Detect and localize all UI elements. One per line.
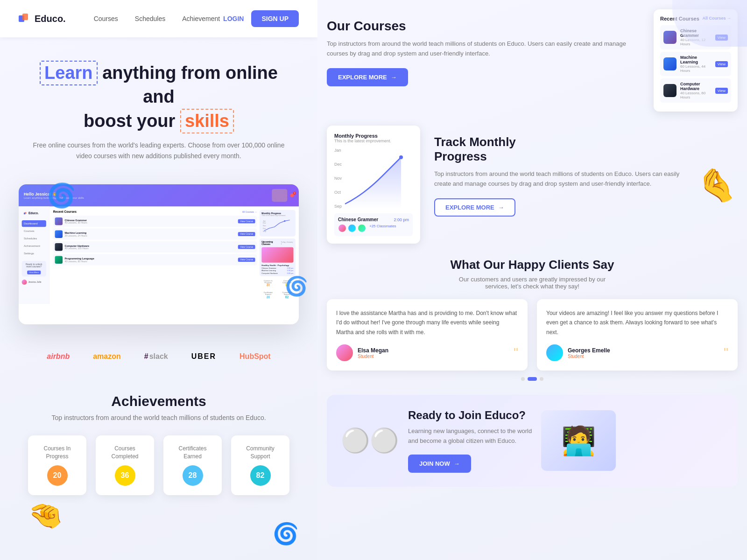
monthly-progress-widget: Monthly Progress This is the latest impr… bbox=[327, 126, 420, 244]
widget-course-row-3: Computer Hardware 40 Lessons, 60 Hours V… bbox=[660, 78, 731, 103]
widget-thumb-2 bbox=[663, 57, 677, 70]
dash-menu-dashboard[interactable]: Dashboard bbox=[22, 220, 46, 227]
our-courses-desc: Top instructors from around the world te… bbox=[327, 39, 640, 59]
all-courses-link[interactable]: All Courses → bbox=[242, 210, 257, 213]
hand-decoration-left: 🤏 bbox=[28, 499, 63, 532]
view-course-btn-4[interactable]: View Course bbox=[238, 258, 255, 262]
explore-courses-button[interactable]: EXPLORE MORE → bbox=[327, 68, 408, 86]
course-info-2: Machine Learning 25 Lessons, 24 Hours bbox=[64, 231, 236, 237]
testimonial-card-2: Your videos are amazing! I feel like you… bbox=[537, 299, 738, 371]
dash-body: Educo. Dashboard Courses Schedules Achie… bbox=[19, 206, 299, 304]
join-character: 🧑‍💻 bbox=[541, 410, 616, 471]
dot-2[interactable] bbox=[528, 377, 537, 381]
hero-subtitle: Free online courses from the world's lea… bbox=[28, 140, 289, 161]
dash-menu-schedules[interactable]: Schedules bbox=[22, 235, 46, 242]
join-text: Ready to Join Educo? Learning new langua… bbox=[408, 409, 532, 473]
progress-chart: Jan Dec Nov Oct Sep bbox=[261, 218, 292, 233]
monthly-footer-avatars: +25 Classmates bbox=[338, 224, 409, 232]
user-avatar bbox=[22, 280, 27, 285]
widget-info-2: Machine Learning 60 Lessons, 44 Hours bbox=[680, 55, 712, 73]
monthly-chart-container: Jan Dec Nov Oct Sep bbox=[334, 148, 413, 209]
achievement-cards: Courses In Progress 20 Courses Completed… bbox=[28, 435, 289, 495]
partner-uber: UBER bbox=[191, 352, 216, 361]
hero-learn-word: Learn bbox=[40, 61, 97, 85]
dash-courses-col: Recent Courses All Courses → Chinese Gra… bbox=[53, 210, 257, 301]
svg-point-6 bbox=[399, 155, 403, 159]
svg-text:Oct: Oct bbox=[263, 228, 266, 230]
dash-top-right: 2 bbox=[272, 189, 294, 202]
dot-3[interactable] bbox=[540, 377, 543, 381]
view-course-btn-1[interactable]: View Course bbox=[238, 219, 255, 224]
course-info-4: Programming Language 40 Lessons, 60 Hour… bbox=[64, 257, 236, 263]
join-now-button[interactable]: JOIN NOW → bbox=[408, 455, 471, 473]
widget-info-3: Computer Hardware 40 Lessons, 60 Hours bbox=[680, 82, 712, 99]
hero-section: Learn anything from online and boost you… bbox=[0, 37, 317, 170]
avatar-1 bbox=[338, 224, 346, 232]
svg-text:Dec: Dec bbox=[263, 222, 266, 224]
logo-icon bbox=[19, 14, 32, 24]
widget-thumb-1 bbox=[663, 31, 677, 44]
achievement-badge-0: 20 bbox=[47, 465, 68, 486]
spiral-decoration-left: 🌀 bbox=[47, 182, 76, 209]
stat-progress: Courses In Progress 20 bbox=[260, 278, 277, 288]
dot-1[interactable] bbox=[521, 377, 525, 381]
explore-progress-button[interactable]: EXPLORE MORE → bbox=[434, 198, 515, 217]
dash-logo: Educo. bbox=[22, 210, 46, 217]
achievement-card-certs: Certificates Earned 28 bbox=[163, 435, 222, 495]
testimonial-author-1: Elsa Megan Student " bbox=[336, 344, 518, 361]
author-details-1: Elsa Megan Student bbox=[358, 347, 388, 359]
widget-view-btn-3[interactable]: View bbox=[715, 88, 728, 94]
view-course-btn-2[interactable]: View Course bbox=[238, 232, 255, 236]
arrow-icon: → bbox=[391, 74, 397, 81]
achievement-card-community: Community Support 82 bbox=[231, 435, 289, 495]
dash-menu-settings[interactable]: Settings bbox=[22, 250, 46, 257]
view-course-btn-3[interactable]: View Course bbox=[238, 245, 255, 249]
testimonial-author-2: Georges Emelle Student " bbox=[546, 344, 728, 361]
testimonial-card-1: I love the assistance Martha has and is … bbox=[327, 299, 528, 371]
monthly-footer: Chinese Grammer 2:00 pm +25 Classmates bbox=[334, 213, 413, 236]
avatar-3 bbox=[358, 224, 366, 232]
join-section: ⚪⚪ Ready to Join Educo? Learning new lan… bbox=[327, 395, 738, 487]
testimonial-text-1: I love the assistance Martha has and is … bbox=[336, 308, 518, 337]
dash-user-profile: Jessica Julie bbox=[22, 280, 46, 285]
widget-thumb-3 bbox=[663, 84, 677, 97]
course-info-1: Chinese Grammer 40 Lessons, 30 Hours bbox=[64, 218, 236, 224]
nav-schedules[interactable]: Schedules bbox=[135, 15, 165, 22]
partner-slack: slack bbox=[144, 352, 168, 361]
achievements-title: Achievements bbox=[28, 393, 289, 409]
monthly-footer-row: Chinese Grammer 2:00 pm bbox=[338, 217, 409, 222]
signup-button[interactable]: SIGN UP bbox=[251, 10, 299, 27]
video-thumbnail bbox=[261, 247, 293, 263]
avatar-2 bbox=[348, 224, 356, 232]
dash-menu-courses[interactable]: Courses bbox=[22, 228, 46, 234]
course-thumb-3 bbox=[55, 243, 63, 251]
decorative-balls: ⚪⚪ bbox=[341, 427, 399, 454]
monthly-widget-title: Monthly Progress bbox=[334, 133, 413, 139]
nav-actions: LOGIN SIGN UP bbox=[223, 10, 299, 27]
nav-achievement[interactable]: Achievement bbox=[182, 15, 220, 22]
widget-view-btn-2[interactable]: View bbox=[715, 61, 728, 67]
testimonials-subtitle: Our customers and users are greatly impr… bbox=[327, 276, 738, 290]
course-info-3: Computer Hardware 40 Lessons, 105 Hours bbox=[64, 244, 236, 250]
dash-menu-achievement[interactable]: Achievement bbox=[22, 243, 46, 249]
author-details-2: Georges Emelle Student bbox=[568, 347, 610, 359]
hero-skills-word: skills bbox=[180, 109, 234, 133]
monthly-widget-sub: This is the latest improvement. bbox=[334, 139, 413, 143]
notification-bell: 2 bbox=[290, 194, 294, 197]
testimonial-dots bbox=[327, 377, 738, 381]
spiral-decoration-right: 🌀 bbox=[285, 275, 308, 297]
nav-courses[interactable]: Courses bbox=[94, 15, 118, 22]
achievements-section: Achievements Top instructors from around… bbox=[0, 375, 317, 514]
login-button[interactable]: LOGIN bbox=[223, 15, 244, 22]
course-row-4: Programming Language 40 Lessons, 60 Hour… bbox=[53, 254, 257, 266]
monthly-chart-svg bbox=[340, 148, 413, 209]
dash-view-more-btn[interactable]: View More bbox=[27, 271, 41, 274]
track-title: Track Monthly Progress bbox=[434, 135, 683, 164]
testimonial-cards: I love the assistance Martha has and is … bbox=[327, 299, 738, 371]
testimonials-section: What Our Happy Clients Say Our customers… bbox=[327, 258, 738, 381]
dash-main-content: Recent Courses All Courses → Chinese Gra… bbox=[49, 206, 299, 304]
author-avatar-2 bbox=[546, 344, 563, 361]
logo: Educo. bbox=[19, 14, 66, 24]
track-text: Track Monthly Progress Top instructors f… bbox=[434, 126, 683, 226]
course-row-2: Machine Learning 25 Lessons, 24 Hours Vi… bbox=[53, 229, 257, 240]
